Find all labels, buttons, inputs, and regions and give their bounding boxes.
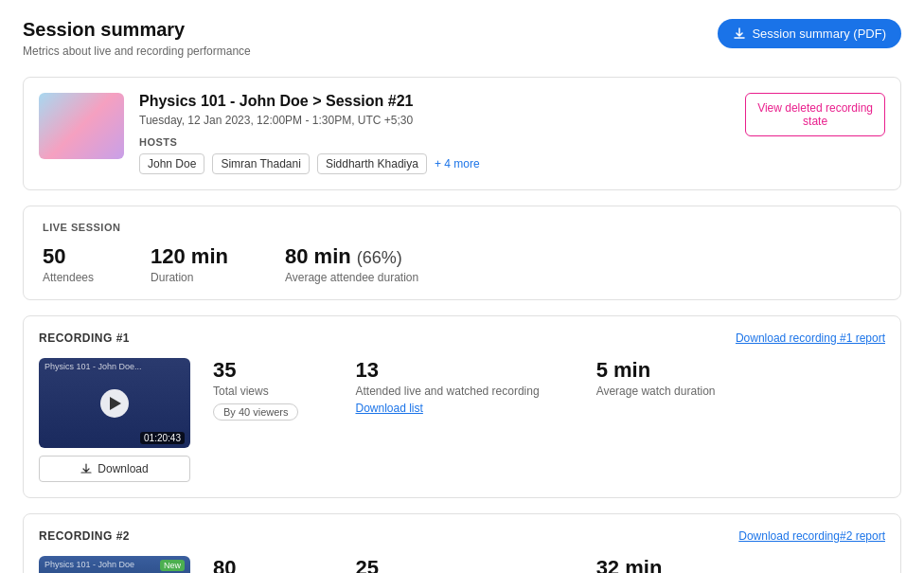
header-text: Session summary Metrics about live and r… (23, 19, 251, 58)
recording-1-video-bg: Physics 101 - John Doe... 01:20:43 (39, 358, 190, 448)
host-badge-2: Simran Thadani (212, 153, 310, 174)
recording-1-download-btn[interactable]: Download (39, 456, 190, 482)
page-subtitle: Metrics about live and recording perform… (23, 45, 251, 58)
recording-1-title: RECORDING #1 (39, 331, 130, 345)
session-card: Physics 101 - John Doe > Session #21 Tue… (23, 77, 901, 190)
recording-1-stats: 35 Total views By 40 viewers 13 Attended… (213, 358, 885, 421)
stats-row: 50 Attendees 120 min Duration 80 min (66… (43, 244, 881, 284)
recording-2-total-views: 80 Total views By 35 viewers (213, 556, 298, 573)
recording-2-body: Physics 101 - John Doe New 01:20:43 Down… (39, 556, 885, 573)
download-recording2-report-link[interactable]: Download recording#2 report (738, 529, 885, 543)
recording-1-avg-watch: 5 min Average watch duration (596, 358, 716, 421)
recording-2-thumbnail[interactable]: Physics 101 - John Doe New 01:20:43 (39, 556, 190, 573)
attendees-stat: 50 Attendees (43, 244, 94, 284)
download-icon (733, 27, 746, 41)
recording-1-play-btn[interactable] (100, 389, 129, 418)
recording-1-total-views: 35 Total views By 40 viewers (213, 358, 298, 421)
live-session-box: LIVE SESSION 50 Attendees 120 min Durati… (23, 206, 901, 300)
attendees-value: 50 (43, 244, 94, 269)
page-title: Session summary (23, 19, 251, 41)
recording-2-video-bg: Physics 101 - John Doe New 01:20:43 (39, 556, 190, 573)
recording-1-download-wrap: Download (39, 456, 190, 482)
hosts-list: John Doe Simran Thadani Siddharth Khadiy… (139, 153, 885, 174)
avg-duration-value: 80 min (66%) (285, 244, 418, 269)
avg-duration-stat: 80 min (66%) Average attendee duration (285, 244, 418, 284)
duration-stat: 120 min Duration (151, 244, 228, 284)
more-hosts-link[interactable]: + 4 more (435, 157, 480, 170)
recording-2-new-badge: New (160, 560, 185, 571)
recording-2-section: RECORDING #2 Download recording#2 report… (23, 513, 901, 573)
recording-2-attended: 25 Attended live and watched recording D… (355, 556, 539, 573)
host-badge-3: Siddharth Khadiya (317, 153, 427, 174)
recording-1-attended: 13 Attended live and watched recording D… (355, 358, 539, 421)
recording-1-header: RECORDING #1 Download recording #1 repor… (39, 331, 885, 345)
recording-1-media: Physics 101 - John Doe... 01:20:43 Downl… (39, 358, 190, 482)
recording-1-viewers-badge: By 40 viewers (213, 403, 298, 421)
recording-2-header: RECORDING #2 Download recording#2 report (39, 529, 885, 543)
recording-2-video-label: Physics 101 - John Doe (44, 560, 134, 569)
recording-1-body: Physics 101 - John Doe... 01:20:43 Downl… (39, 358, 885, 482)
recording-2-media: Physics 101 - John Doe New 01:20:43 Down… (39, 556, 190, 573)
host-badge-1: John Doe (139, 153, 204, 174)
deleted-recording-badge[interactable]: View deleted recording state (745, 93, 885, 136)
download-icon (80, 463, 92, 475)
duration-value: 120 min (151, 244, 228, 269)
avg-duration-label: Average attendee duration (285, 271, 418, 284)
recording-1-section: RECORDING #1 Download recording #1 repor… (23, 315, 901, 498)
recording-2-title: RECORDING #2 (39, 529, 130, 543)
recording-1-download-list-link[interactable]: Download list (355, 402, 539, 415)
duration-label: Duration (151, 271, 228, 284)
attendees-label: Attendees (43, 271, 94, 284)
recording-1-video-label: Physics 101 - John Doe... (44, 362, 142, 371)
pdf-button[interactable]: Session summary (PDF) (718, 19, 901, 48)
recording-2-avg-watch: 32 min Average watch duration (596, 556, 716, 573)
session-thumbnail (39, 93, 124, 159)
page-header: Session summary Metrics about live and r… (23, 19, 901, 58)
live-session-label: LIVE SESSION (43, 222, 881, 233)
hosts-label: HOSTS (139, 136, 885, 148)
recording-1-duration: 01:20:43 (140, 432, 185, 444)
recording-1-thumbnail[interactable]: Physics 101 - John Doe... 01:20:43 (39, 358, 190, 448)
recording-2-stats: 80 Total views By 35 viewers 25 Attended… (213, 556, 885, 573)
download-recording1-report-link[interactable]: Download recording #1 report (736, 331, 885, 345)
